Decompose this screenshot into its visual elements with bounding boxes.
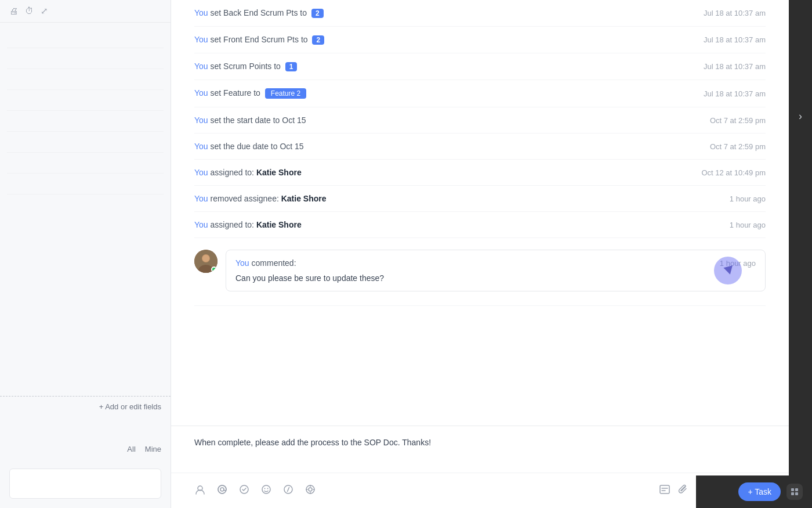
field-row xyxy=(7,111,164,132)
activity-you: You xyxy=(194,116,208,125)
activity-you: You xyxy=(194,142,208,151)
activity-time: Jul 18 at 10:37 am xyxy=(704,62,766,71)
activity-you: You xyxy=(194,35,208,44)
activity-text: You assigned to: Katie Shore xyxy=(194,220,302,229)
at-mention-icon[interactable] xyxy=(216,484,228,498)
all-mine-tabs: All Mine xyxy=(0,440,171,459)
activity-item: You set the start date to Oct 15 Oct 7 a… xyxy=(194,107,766,134)
activity-text: You set the due date to Oct 15 xyxy=(194,142,304,151)
comment-text-area[interactable]: When complete, please add the process to… xyxy=(171,426,789,473)
activity-time: 1 hour ago xyxy=(730,221,766,229)
target-icon[interactable] xyxy=(304,484,316,498)
field-row xyxy=(7,48,164,69)
activity-item: You removed assignee: Katie Shore 1 hour… xyxy=(194,186,766,212)
activity-item: You set Front End Scrum Pts to 2 Jul 18 … xyxy=(194,27,766,53)
comment-author-text: You commented: xyxy=(235,258,296,268)
field-row xyxy=(7,27,164,48)
comment-action: commented: xyxy=(252,258,296,268)
activity-time: Oct 7 at 2:59 pm xyxy=(710,116,766,125)
sidebar-comment-area xyxy=(9,469,161,499)
activity-badge: 2 xyxy=(311,9,324,18)
right-panel: › xyxy=(789,0,812,508)
comment-author: You xyxy=(235,258,249,268)
apps-dot xyxy=(795,492,798,495)
comment-header: You commented: 1 hour ago xyxy=(235,258,756,268)
field-row xyxy=(7,69,164,90)
field-row xyxy=(7,174,164,194)
apps-button[interactable] xyxy=(786,484,803,500)
sidebar: + Add or edit fields All Mine xyxy=(0,0,171,508)
activity-badge: 1 xyxy=(285,62,298,71)
activity-time: Jul 18 at 10:37 am xyxy=(704,35,766,44)
cursor-arrow xyxy=(723,265,734,276)
apps-dot xyxy=(791,492,794,495)
comment-body: Can you please be sure to update these? xyxy=(235,273,756,283)
activity-text: You set Feature to Feature 2 xyxy=(194,88,306,99)
bottom-bar: + Task xyxy=(696,475,812,508)
activity-you: You xyxy=(194,194,208,203)
avatar xyxy=(194,250,217,273)
activity-time: 1 hour ago xyxy=(730,194,766,203)
sidebar-spacer xyxy=(0,417,171,440)
cursor-blob xyxy=(714,257,742,284)
task-icon[interactable] xyxy=(238,484,250,498)
activity-you: You xyxy=(194,88,208,98)
activity-you: You xyxy=(194,220,208,229)
apps-dot xyxy=(791,488,794,491)
add-edit-fields-button[interactable]: + Add or edit fields xyxy=(0,396,171,417)
comment-card: You commented: 1 hour ago Can you please… xyxy=(226,250,766,291)
comment-block: You commented: 1 hour ago Can you please… xyxy=(194,238,766,306)
apps-dot xyxy=(795,488,798,491)
sidebar-toolbar xyxy=(0,0,171,23)
activity-text: You set the start date to Oct 15 xyxy=(194,116,306,125)
main-content: You set Back End Scrum Pts to 2 Jul 18 a… xyxy=(171,0,789,508)
activity-you: You xyxy=(194,8,208,17)
activity-item: You set Scrum Points to 1 Jul 18 at 10:3… xyxy=(194,53,766,80)
activity-text: You set Front End Scrum Pts to 2 xyxy=(194,35,324,45)
svg-point-9 xyxy=(264,488,266,489)
field-row xyxy=(7,90,164,111)
field-row xyxy=(7,132,164,153)
activity-badge: 2 xyxy=(312,35,324,45)
expand-icon[interactable] xyxy=(41,6,48,16)
tab-mine[interactable]: Mine xyxy=(145,445,161,455)
activity-time: Oct 12 at 10:49 pm xyxy=(701,168,766,177)
activity-item: You set Feature to Feature 2 Jul 18 at 1… xyxy=(194,80,766,107)
tab-all[interactable]: All xyxy=(127,445,135,455)
history-icon[interactable] xyxy=(25,6,34,16)
svg-point-10 xyxy=(267,488,269,489)
chevron-right-icon[interactable]: › xyxy=(799,110,802,123)
activity-item: You set Back End Scrum Pts to 2 Jul 18 a… xyxy=(194,0,766,27)
field-row xyxy=(7,153,164,174)
slash-command-icon[interactable] xyxy=(282,484,294,498)
checklist-icon[interactable] xyxy=(659,484,670,498)
activity-item: You assigned to: Katie Shore 1 hour ago xyxy=(194,212,766,238)
activity-you: You xyxy=(194,62,208,71)
activity-text: You set Back End Scrum Pts to 2 xyxy=(194,8,324,18)
activity-text: You assigned to: Katie Shore xyxy=(194,168,302,177)
sidebar-fields xyxy=(0,23,171,396)
activity-time: Jul 18 at 10:37 am xyxy=(704,89,766,98)
svg-point-6 xyxy=(220,488,224,491)
emoji-icon[interactable] xyxy=(260,484,272,498)
svg-point-13 xyxy=(309,488,312,491)
activity-text: You set Scrum Points to 1 xyxy=(194,62,297,71)
activity-time: Jul 18 at 10:37 am xyxy=(704,9,766,17)
activity-you: You xyxy=(194,168,208,177)
activity-list: You set Back End Scrum Pts to 2 Jul 18 a… xyxy=(171,0,789,426)
online-indicator xyxy=(211,266,217,272)
toolbar-left xyxy=(194,484,316,498)
comment-input-text: When complete, please add the process to… xyxy=(194,438,431,447)
svg-point-3 xyxy=(202,255,209,262)
print-icon[interactable] xyxy=(9,6,18,16)
mention-person-icon[interactable] xyxy=(194,484,206,498)
svg-rect-18 xyxy=(660,485,669,493)
activity-text: You removed assignee: Katie Shore xyxy=(194,194,327,203)
feature-badge: Feature 2 xyxy=(265,88,306,99)
activity-item: You assigned to: Katie Shore Oct 12 at 1… xyxy=(194,160,766,186)
activity-time: Oct 7 at 2:59 pm xyxy=(710,142,766,151)
apps-grid-icon xyxy=(791,488,798,495)
add-task-button[interactable]: + Task xyxy=(738,482,781,501)
attachment-icon[interactable] xyxy=(677,484,689,498)
svg-point-8 xyxy=(262,485,270,493)
